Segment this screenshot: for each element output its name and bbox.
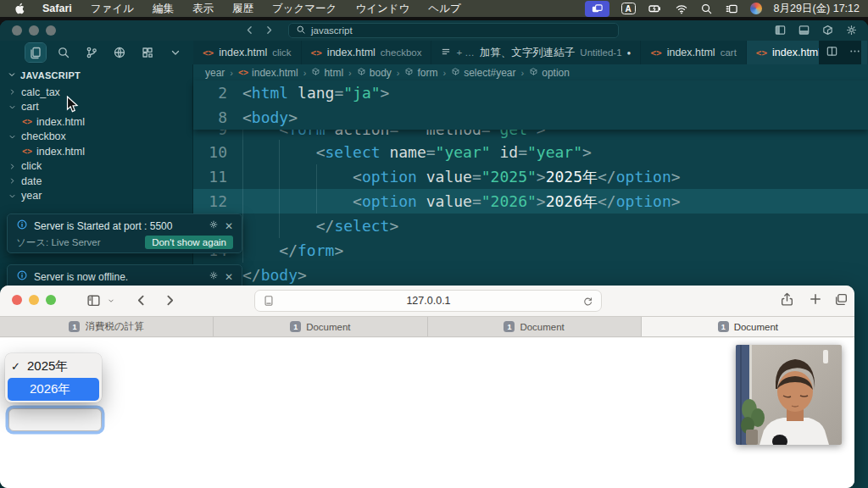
menu-item-3[interactable]: 表示	[183, 0, 223, 17]
breadcrumb-item-html[interactable]: html	[311, 67, 343, 79]
gear-icon[interactable]	[209, 219, 219, 232]
code-line-10[interactable]: 10<select name="year" id="year">	[193, 140, 868, 164]
tab-title: Document	[734, 322, 778, 332]
reload-icon[interactable]	[582, 296, 593, 307]
menu-item-1[interactable]: ファイル	[81, 0, 143, 17]
code-token: "ja"	[343, 80, 380, 105]
new-tab-icon[interactable]	[809, 292, 822, 306]
extensions-icon[interactable]	[137, 43, 158, 62]
code-token: "2025"	[481, 164, 537, 189]
editor-tab-cart[interactable]: <>index.htmlcart	[641, 41, 746, 64]
search-icon[interactable]	[53, 43, 74, 62]
code-line-12[interactable]: 12<option value="2026">2026年</option>	[193, 189, 868, 214]
line-number: 12	[193, 189, 242, 214]
tab-overview-icon[interactable]	[834, 292, 849, 307]
explorer-icon[interactable]	[25, 43, 46, 62]
gear-icon[interactable]	[209, 270, 219, 283]
breadcrumb-item-select-year[interactable]: select#year	[451, 67, 515, 79]
tree-file-index.html[interactable]: <>index.html	[0, 114, 192, 130]
spotlight-icon[interactable]	[700, 3, 713, 15]
code-line-9[interactable]: 9<form action="" method="get">	[193, 130, 868, 140]
history-back-icon[interactable]	[244, 24, 255, 39]
code-token: value	[426, 164, 472, 189]
tree-file-index.html[interactable]: <>index.html	[0, 144, 192, 159]
menu-item-app[interactable]: Safari	[33, 0, 81, 17]
dont-show-again-button[interactable]: Don't show again	[145, 236, 233, 249]
chevron-down-icon[interactable]	[107, 297, 115, 305]
sidebar-toggle-icon[interactable]	[86, 293, 101, 308]
vscode-close-button[interactable]	[12, 25, 22, 36]
dropdown-option-2026年[interactable]: 2026年	[8, 378, 99, 401]
vscode-minimize-button[interactable]	[29, 25, 39, 36]
battery-icon[interactable]	[648, 2, 663, 15]
tree-folder-calc_tax[interactable]: calc_tax	[0, 85, 192, 100]
toggle-sidebar-icon[interactable]	[774, 24, 787, 40]
tree-folder-year[interactable]: year	[0, 189, 192, 204]
tree-folder-cart[interactable]: cart	[0, 100, 192, 115]
breadcrumb-item-option[interactable]: option	[529, 67, 570, 79]
safari-minimize-button[interactable]	[29, 295, 39, 305]
customize-layout-icon[interactable]	[821, 24, 834, 40]
source-control-icon[interactable]	[81, 43, 102, 62]
share-icon[interactable]	[780, 292, 794, 307]
dropdown-option-2025年[interactable]: ✓2025年	[5, 355, 102, 378]
code-line-8[interactable]: 8<body>	[193, 105, 868, 130]
chevron-down-icon[interactable]	[165, 43, 186, 62]
tree-folder-checkbox[interactable]: checkbox	[0, 130, 192, 145]
safari-close-button[interactable]	[12, 295, 22, 305]
code-line-11[interactable]: 11<option value="2025">2025年</option>	[193, 164, 868, 189]
settings-gear-icon[interactable]	[845, 24, 858, 40]
safari-zoom-button[interactable]	[46, 295, 56, 305]
toast-header: Server is now offline.✕	[8, 265, 242, 286]
screen-mirroring-icon[interactable]	[585, 1, 609, 17]
menu-item-7[interactable]: ヘルプ	[419, 0, 470, 17]
menu-clock[interactable]: 8月29日(金) 17:12	[774, 2, 860, 16]
vscode-zoom-button[interactable]	[46, 25, 56, 36]
input-source-icon[interactable]: A	[621, 3, 636, 14]
forward-button[interactable]	[163, 293, 177, 308]
symbol-cube-icon	[529, 67, 538, 79]
breadcrumb-item-form[interactable]: form	[404, 67, 437, 79]
tab-label: index.html	[667, 47, 715, 58]
browser-tab-0[interactable]: 1消費税の計算	[0, 317, 214, 336]
wifi-icon[interactable]	[675, 3, 688, 15]
browser-tab-3[interactable]: 1Document	[642, 317, 854, 336]
history-forward-icon[interactable]	[264, 24, 275, 39]
tab-badge: 1	[718, 321, 729, 332]
address-bar[interactable]: 127.0.0.1	[254, 290, 602, 312]
tree-folder-date[interactable]: date	[0, 174, 192, 189]
editor-tab-click[interactable]: <>index.htmlclick	[193, 41, 302, 64]
code-line-14[interactable]: 14</form>	[193, 238, 868, 263]
browser-tab-1[interactable]: 1Document	[214, 317, 427, 336]
vscode-command-center[interactable]: javascript	[288, 23, 619, 38]
close-icon[interactable]: ✕	[225, 271, 233, 283]
explorer-section-header[interactable]: JAVASCRIPT	[0, 64, 192, 85]
select-dropdown-menu: ✓2025年2026年	[5, 353, 102, 402]
page-icon	[263, 295, 275, 307]
remote-icon[interactable]	[109, 43, 130, 62]
close-icon[interactable]: ✕	[225, 220, 233, 232]
vscode-tab-actions	[819, 41, 861, 64]
code-line-13[interactable]: 13</select>	[193, 214, 868, 238]
colorful-app-icon[interactable]	[750, 3, 762, 14]
toggle-panel-icon[interactable]	[798, 24, 810, 40]
more-actions-icon[interactable]	[849, 45, 861, 61]
breadcrumb-item-index.html[interactable]: <>index.html	[238, 67, 298, 79]
editor-tab-Untitled-1[interactable]: + …加算、文字列連結子Untitled-1●	[431, 41, 641, 64]
split-editor-icon[interactable]	[826, 45, 838, 61]
menu-item-6[interactable]: ウインドウ	[346, 0, 419, 17]
browser-tab-2[interactable]: 1Document	[428, 317, 642, 336]
stage-manager-icon[interactable]	[725, 3, 738, 15]
code-line-2[interactable]: 2<html lang="ja">	[193, 80, 868, 105]
menu-item-5[interactable]: ブックマーク	[263, 0, 346, 17]
breadcrumb-item-year[interactable]: year	[205, 67, 225, 79]
code-line-15[interactable]: 15</body>	[193, 263, 868, 287]
back-button[interactable]	[134, 293, 148, 308]
menu-item-2[interactable]: 編集	[143, 0, 183, 17]
breadcrumb-item-body[interactable]: body	[357, 67, 392, 79]
menu-item-4[interactable]: 履歴	[223, 0, 263, 17]
year-select-focused[interactable]	[8, 408, 102, 431]
tree-folder-click[interactable]: click	[0, 159, 192, 175]
apple-menu-icon[interactable]	[8, 2, 33, 15]
editor-tab-checkbox[interactable]: <>index.htmlcheckbox	[302, 41, 432, 64]
